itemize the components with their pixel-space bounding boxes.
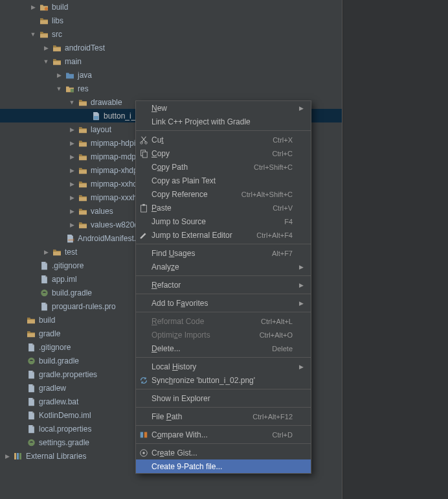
file-settings-icon [26, 437, 36, 448]
tree-item[interactable]: java [0, 68, 342, 82]
menu-item[interactable]: Copy ReferenceCtrl+Alt+Shift+C [136, 187, 311, 201]
menu-item-label: File Path [151, 412, 252, 421]
expand-arrow-icon[interactable] [67, 220, 76, 229]
tree-item-label: proguard-rules.pro [50, 302, 116, 311]
expand-arrow-icon[interactable] [54, 84, 63, 93]
tree-item-label: gradlew [38, 384, 66, 393]
folder-icon [78, 165, 88, 176]
menu-item[interactable]: Delete...Delete [136, 342, 311, 355]
tree-item[interactable]: androidTest [0, 41, 342, 54]
folder-res-icon [65, 84, 75, 94]
folder-root-icon [65, 70, 75, 80]
submenu-arrow-icon: ▶ [299, 282, 311, 288]
menu-item-label: Jump to External Editor [151, 231, 256, 240]
file-iml-icon [39, 274, 49, 284]
menu-item[interactable]: Link C++ Project with Gradle [136, 115, 311, 128]
tree-item-label: .gitignore [50, 261, 84, 270]
menu-item[interactable]: New▶ [136, 101, 311, 115]
folder-icon [39, 29, 49, 40]
expand-arrow-icon[interactable] [41, 57, 50, 66]
expand-arrow-icon[interactable] [67, 207, 76, 216]
menu-item-shortcut: Ctrl+Alt+F4 [256, 231, 299, 239]
menu-item[interactable]: Synchronize 'button_i_02.png' [136, 373, 311, 387]
expand-arrow-icon[interactable] [67, 139, 76, 148]
expand-arrow-icon[interactable] [67, 125, 76, 134]
menu-item[interactable]: Jump to External EditorCtrl+Alt+F4 [136, 228, 311, 242]
menu-item[interactable]: PasteCtrl+V [136, 201, 311, 215]
menu-item[interactable]: Local History▶ [136, 360, 311, 373]
folder-icon [26, 329, 36, 339]
lib-icon [13, 451, 23, 461]
expand-arrow-icon [16, 329, 25, 338]
diff-icon [136, 430, 151, 439]
file-git-icon [39, 261, 49, 271]
menu-item[interactable]: CutCtrl+X [136, 133, 311, 146]
expand-arrow-icon [16, 343, 25, 352]
menu-item-label: Create Gist... [151, 448, 299, 458]
tree-item-label: res [76, 84, 89, 93]
expand-arrow-icon[interactable] [67, 166, 76, 175]
tree-item[interactable]: res [0, 82, 342, 95]
tree-item[interactable]: build [0, 0, 342, 14]
expand-arrow-icon[interactable] [67, 152, 76, 161]
menu-item-label: Paste [151, 203, 273, 213]
expand-arrow-icon[interactable] [41, 248, 50, 257]
file-xml-icon [65, 233, 75, 244]
expand-arrow-icon[interactable] [67, 193, 76, 202]
expand-arrow-icon[interactable] [67, 180, 76, 189]
menu-separator [136, 244, 311, 244]
folder-icon [26, 315, 36, 325]
tree-item[interactable]: libs [0, 14, 342, 27]
menu-item-label: Local History [151, 362, 299, 371]
tree-item-label: .gitignore [38, 343, 71, 352]
expand-arrow-icon[interactable] [28, 30, 38, 39]
tree-item-label: layout [89, 125, 111, 134]
tree-item-label: gradle [38, 329, 60, 338]
menu-item[interactable]: File PathCtrl+Alt+F12 [136, 410, 311, 423]
tree-item-label: androidTest [63, 43, 105, 52]
tree-item-label: mipmap-mdpi [89, 152, 138, 161]
context-menu[interactable]: New▶Link C++ Project with GradleCutCtrl+… [135, 100, 311, 474]
expand-arrow-icon [28, 288, 38, 297]
menu-item: Optimize ImportsCtrl+Alt+O [136, 328, 311, 342]
menu-item[interactable]: Jump to SourceF4 [136, 215, 311, 228]
expand-arrow-icon[interactable] [67, 98, 76, 107]
menu-item-label: Jump to Source [151, 217, 284, 226]
tree-item[interactable]: main [0, 54, 342, 68]
expand-arrow-icon[interactable] [28, 3, 38, 12]
menu-item-label: Link C++ Project with Gradle [151, 117, 299, 126]
menu-item[interactable]: Copy as Plain Text [136, 174, 311, 187]
menu-item-shortcut: Ctrl+Alt+O [260, 331, 299, 339]
menu-item-label: Compare With... [151, 430, 273, 439]
menu-item[interactable]: Copy PathCtrl+Shift+C [136, 160, 311, 174]
expand-arrow-icon [16, 316, 25, 325]
menu-item-shortcut: Ctrl+Shift+C [254, 163, 299, 171]
menu-item[interactable]: CopyCtrl+C [136, 146, 311, 160]
menu-item[interactable]: Create Gist... [136, 446, 311, 459]
menu-item-label: Copy [151, 149, 273, 158]
tree-item[interactable]: src [0, 27, 342, 41]
menu-item[interactable]: Find UsagesAlt+F7 [136, 246, 311, 260]
tree-item-label: main [63, 57, 82, 66]
menu-item[interactable]: Compare With...Ctrl+D [136, 428, 311, 441]
expand-arrow-icon[interactable] [41, 43, 50, 52]
expand-arrow-icon[interactable] [3, 452, 12, 461]
folder-icon [78, 220, 88, 230]
menu-item[interactable]: Create 9-Patch file... [136, 459, 311, 473]
menu-separator [136, 389, 311, 389]
menu-item-label: Analyze [151, 262, 299, 272]
menu-item[interactable]: Refactor▶ [136, 278, 311, 292]
menu-item[interactable]: Add to Favorites▶ [136, 296, 311, 310]
expand-arrow-icon [28, 16, 38, 25]
menu-item[interactable]: Show in Explorer [136, 391, 311, 405]
expand-arrow-icon [28, 261, 38, 270]
file-bat-icon [26, 397, 36, 407]
menu-item-shortcut: Ctrl+Alt+F12 [252, 413, 299, 421]
expand-arrow-icon[interactable] [54, 71, 63, 80]
tree-item-label: gradlew.bat [38, 397, 78, 406]
menu-item-shortcut: Ctrl+C [273, 150, 299, 157]
menu-item[interactable]: Analyze▶ [136, 260, 311, 273]
menu-separator [136, 357, 311, 358]
file-iml-icon [26, 410, 36, 421]
submenu-arrow-icon: ▶ [299, 264, 311, 270]
